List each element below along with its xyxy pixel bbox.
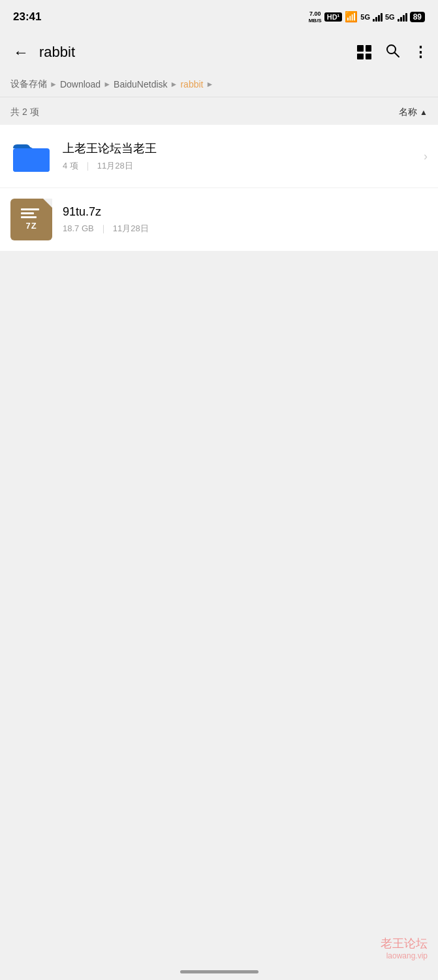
page-title: rabbit (39, 44, 357, 61)
file-info: 91tu.7z 18.7 GB ｜ 11月28日 (63, 205, 428, 235)
breadcrumb-item-download[interactable]: Download (60, 79, 101, 90)
file-size: 18.7 GB (63, 223, 94, 233)
file-meta: 18.7 GB ｜ 11月28日 (63, 223, 428, 235)
more-options-button[interactable]: ⋮ (413, 44, 428, 61)
breadcrumb-item-baidunetdisk[interactable]: BaiduNetdisk (114, 79, 168, 90)
list-item[interactable]: 7Z 91tu.7z 18.7 GB ｜ 11月28日 (0, 188, 438, 252)
battery-badge: 89 (410, 12, 425, 22)
sort-button[interactable]: 名称 ▲ (399, 106, 428, 118)
folder-count: 4 项 (63, 160, 78, 172)
breadcrumb-arrow-4: ► (206, 80, 213, 89)
folder-icon (10, 135, 52, 177)
breadcrumb-item-rabbit[interactable]: rabbit (180, 79, 203, 90)
sort-arrow-icon: ▲ (420, 108, 428, 117)
breadcrumb-arrow-3: ► (170, 80, 178, 89)
file-list: 上老王论坛当老王 4 项 ｜ 11月28日 › 7Z 91tu.7z (0, 125, 438, 252)
svg-rect-3 (13, 150, 50, 172)
app-bar: ← rabbit ⋮ (0, 33, 438, 72)
watermark-main: 老王论坛 (381, 936, 428, 951)
folder-info: 上老王论坛当老王 4 项 ｜ 11月28日 (63, 140, 418, 172)
watermark-sub: laowang.vip (381, 951, 428, 960)
hd-badge: HD¹ (324, 12, 343, 22)
list-header: 共 2 项 名称 ▲ (0, 97, 438, 125)
back-button[interactable]: ← (10, 41, 31, 64)
status-speed: 7.00 MB/S (309, 10, 322, 24)
grid-view-button[interactable] (357, 45, 371, 59)
breadcrumb: 设备存储 ► Download ► BaiduNetdisk ► rabbit … (0, 72, 438, 97)
status-bar: 23:41 7.00 MB/S HD¹ 📶 5G 5G 89 (0, 0, 438, 33)
home-indicator (180, 970, 258, 973)
item-count: 共 2 项 (10, 106, 39, 118)
folder-meta: 4 项 ｜ 11月28日 (63, 160, 418, 172)
svg-line-1 (395, 53, 399, 57)
watermark: 老王论坛 laowang.vip (381, 936, 428, 960)
breadcrumb-arrow-1: ► (50, 80, 57, 89)
file-name: 91tu.7z (63, 205, 428, 219)
folder-name: 上老王论坛当老王 (63, 140, 418, 156)
signal-bars-2 (398, 12, 407, 22)
status-icons: 7.00 MB/S HD¹ 📶 5G 5G 89 (309, 10, 425, 24)
status-time: 23:41 (13, 10, 41, 24)
wifi-icon: 📶 (345, 10, 358, 23)
file-7z-icon: 7Z (10, 199, 52, 240)
app-bar-actions: ⋮ (357, 42, 428, 62)
file-date: 11月28日 (113, 223, 149, 235)
breadcrumb-item-storage[interactable]: 设备存储 (10, 78, 47, 90)
signal-5g-label: 5G (360, 13, 370, 21)
chevron-right-icon: › (424, 150, 428, 163)
5g-label: 5G (385, 13, 395, 21)
folder-date: 11月28日 (97, 160, 133, 172)
search-button[interactable] (384, 42, 400, 62)
signal-bars (373, 12, 383, 22)
list-item[interactable]: 上老王论坛当老王 4 项 ｜ 11月28日 › (0, 125, 438, 188)
sort-label-text: 名称 (399, 106, 417, 118)
breadcrumb-arrow-2: ► (103, 80, 111, 89)
